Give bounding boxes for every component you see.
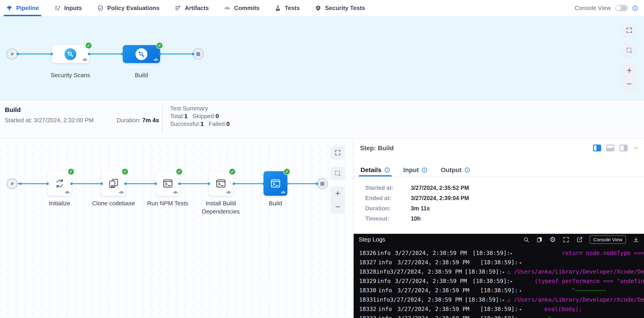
- nav-tab-commits[interactable]: Commits: [224, 0, 260, 16]
- log-date: 3/27/2024, 2:38:59 PM: [398, 315, 478, 318]
- edge-connector-dot: [154, 183, 157, 185]
- copy-icon[interactable]: [536, 237, 543, 243]
- detail-value: 3/27/2024, 2:35:52 PM: [411, 185, 469, 191]
- collapse-panel-button[interactable]: −: [634, 145, 638, 151]
- marquee-select-button[interactable]: [331, 167, 345, 180]
- log-line: 18326 info 3/27/2024, 2:38:59 PM [18:38:…: [359, 248, 644, 258]
- terminal-icon: [215, 178, 226, 189]
- pipeline-node-build[interactable]: </> ✓: [264, 171, 288, 196]
- tab-label: Input: [403, 166, 419, 174]
- detail-label: Timeout:: [365, 215, 411, 222]
- console-view-toggle[interactable]: [615, 5, 628, 11]
- log-line: 18328 info 3/27/2024, 2:38:59 PM [18:38:…: [359, 267, 644, 276]
- edge-connector-dot: [88, 53, 90, 55]
- step-graph-canvas[interactable]: </> ✓ Initialize </> ✓ Clone codebase </…: [0, 138, 354, 318]
- start-node[interactable]: [6, 178, 18, 189]
- log-line: 18329 info 3/27/2024, 2:38:59 PM [18:38:…: [359, 276, 644, 286]
- play-icon: [10, 181, 15, 186]
- edge-connector-dot: [262, 183, 265, 185]
- pipeline-node-initialize[interactable]: </> ✓: [48, 171, 72, 196]
- play-icon: [10, 51, 15, 56]
- gear-icon[interactable]: ⚙: [550, 236, 556, 243]
- nav-tab-security-tests[interactable]: Security Tests: [315, 0, 365, 16]
- expand-canvas-button[interactable]: [331, 146, 345, 159]
- node-label-clone-codebase: Clone codebase: [83, 199, 144, 207]
- log-line-number: 18330: [359, 287, 378, 294]
- layout-split-right-button[interactable]: [620, 145, 628, 151]
- edge-connector-dot: [286, 183, 289, 185]
- log-level: info: [378, 306, 398, 312]
- step-details-panel: Step: Build − Details Input Output Start…: [354, 138, 644, 318]
- success-check-icon: ✓: [68, 168, 74, 175]
- log-time: [18:38:59]:: [480, 287, 520, 294]
- pipeline-node-install-build-dependencies[interactable]: </> ✓: [209, 171, 233, 196]
- log-content: eval(body);: [527, 306, 582, 312]
- log-expand-arrow[interactable]: ▸: [520, 307, 527, 312]
- external-link-icon[interactable]: [576, 237, 583, 243]
- expand-canvas-button[interactable]: [622, 24, 636, 37]
- log-date: 3/27/2024, 2:38:59 PM: [390, 268, 462, 275]
- log-expand-arrow[interactable]: ▸: [502, 297, 507, 302]
- fullscreen-icon[interactable]: [563, 236, 570, 243]
- edge-connector-dot: [70, 183, 73, 185]
- download-logs-icon[interactable]: [633, 237, 639, 243]
- edge-connector-dot: [124, 183, 127, 185]
- zoom-out-button[interactable]: −: [331, 200, 345, 214]
- node-label-build: Build: [245, 199, 306, 207]
- stage-graph-canvas[interactable]: </> ✓ Security Scans </> ✓ Build + −: [0, 16, 644, 100]
- nav-tab-tests[interactable]: Tests: [274, 0, 300, 16]
- zoom-out-button[interactable]: −: [622, 77, 636, 91]
- log-expand-arrow[interactable]: ▸: [502, 269, 507, 274]
- tab-input[interactable]: Input: [403, 164, 428, 176]
- log-expand-arrow[interactable]: ▸: [520, 288, 527, 293]
- pipeline-node-security-scans[interactable]: </> ✓: [52, 45, 89, 63]
- log-line: 18330 info 3/27/2024, 2:38:59 PM [18:38:…: [359, 286, 644, 295]
- nav-tab-artifacts[interactable]: Artifacts: [174, 0, 208, 16]
- log-expand-arrow[interactable]: ▸: [520, 316, 527, 318]
- log-level: info: [378, 287, 398, 294]
- start-node[interactable]: [6, 48, 18, 59]
- stage-started-at: Started at: 3/27/2024, 2:32:00 PM: [5, 117, 94, 124]
- log-expand-arrow[interactable]: ▸: [520, 260, 527, 265]
- info-icon[interactable]: [632, 5, 638, 11]
- detail-row-started-at-: Started at: 3/27/2024, 2:35:52 PM: [365, 183, 469, 193]
- log-line: 18333 info 3/27/2024, 2:38:59 PM [18:38:…: [359, 314, 644, 318]
- pipeline-node-run-npm-tests[interactable]: </> ✓: [156, 171, 180, 196]
- log-expand-arrow[interactable]: ▸: [510, 251, 518, 256]
- layout-split-left-button[interactable]: [593, 145, 601, 151]
- nav-tab-pipeline[interactable]: Pipeline: [6, 0, 39, 16]
- success-check-icon: ✓: [122, 168, 128, 175]
- node-label-run-npm-tests: Run NPM Tests: [137, 199, 198, 207]
- edge-connector-dot: [316, 183, 318, 185]
- tab-output[interactable]: Output: [441, 164, 470, 176]
- info-icon[interactable]: [464, 167, 470, 173]
- nav-tab-policy-evaluations[interactable]: Policy Evaluations: [97, 0, 160, 16]
- end-node[interactable]: [317, 178, 328, 189]
- log-content: ^~~~~~~~~: [527, 315, 579, 318]
- zoom-in-button[interactable]: +: [331, 187, 345, 200]
- clone-codebase-icon: [108, 178, 119, 189]
- console-view-button[interactable]: Console View: [590, 235, 626, 244]
- search-icon[interactable]: [523, 237, 530, 243]
- stage-graph: </> ✓ Security Scans </> ✓ Build: [0, 16, 644, 100]
- info-icon[interactable]: [384, 167, 390, 173]
- log-level: info: [376, 296, 390, 303]
- log-expand-arrow[interactable]: ▸: [510, 279, 518, 284]
- marquee-select-icon: [334, 170, 341, 177]
- pipeline-node-build[interactable]: </> ✓: [123, 45, 160, 63]
- initialize-sync-icon: [54, 178, 65, 189]
- code-icon: </>: [119, 190, 123, 195]
- log-content: return node.nodeType ===: [518, 250, 644, 256]
- pipeline-node-clone-codebase[interactable]: </> ✓: [102, 171, 126, 196]
- log-date: 3/27/2024, 2:38:59 PM: [395, 278, 470, 284]
- tab-details[interactable]: Details: [360, 164, 390, 176]
- nav-tab-inputs[interactable]: Inputs: [54, 0, 82, 16]
- zoom-in-button[interactable]: +: [622, 64, 636, 77]
- info-icon[interactable]: [422, 167, 428, 173]
- layout-split-bottom-button[interactable]: [606, 145, 614, 151]
- log-line: 18332 info 3/27/2024, 2:38:59 PM [18:38:…: [359, 304, 644, 314]
- log-date: 3/27/2024, 2:38:59 PM: [398, 259, 478, 266]
- marquee-select-button[interactable]: [622, 44, 636, 57]
- edge-connector-dot: [100, 183, 103, 185]
- terminal-icon: [270, 178, 281, 189]
